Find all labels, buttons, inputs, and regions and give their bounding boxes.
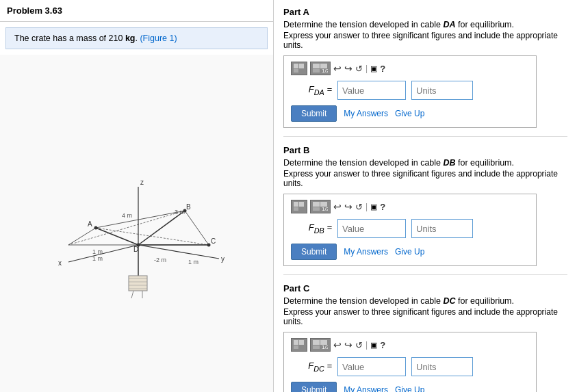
part-b-subinstruction: Express your answer to three significant… [283, 169, 567, 188]
svg-text:-2 m: -2 m [154, 257, 166, 263]
part-b-value-input[interactable] [337, 219, 406, 238]
svg-line-10 [138, 245, 219, 259]
part-a-my-answers-link[interactable]: My Answers [344, 109, 388, 118]
part-b-my-answers-link[interactable]: My Answers [344, 247, 388, 257]
part-b-answer-box: 1/2 ↩ ↪ ↺ | ▣ ? FDB = Submit My Answers [283, 194, 537, 266]
svg-rect-56 [313, 345, 320, 349]
svg-rect-46 [294, 207, 298, 211]
part-a-media-icon[interactable]: ▣ [370, 64, 377, 73]
part-a-instruction: Determine the tension developed in cable… [283, 20, 567, 29]
part-a-submit-btn[interactable]: Submit [291, 105, 337, 122]
part-c-refresh-icon[interactable]: ↺ [355, 340, 363, 350]
svg-rect-47 [313, 202, 320, 207]
svg-line-8 [68, 245, 138, 262]
part-a-help-icon[interactable]: ? [380, 64, 385, 74]
part-b-sep: | [366, 202, 368, 211]
part-a-units-input[interactable] [411, 81, 473, 100]
part-b-units-input[interactable] [411, 219, 473, 238]
svg-text:x: x [58, 259, 62, 267]
part-c-toolbar: 1/2 ↩ ↪ ↺ | ▣ ? [291, 338, 529, 352]
part-a-field-label: FDA = [291, 84, 332, 96]
svg-rect-37 [294, 64, 298, 68]
svg-line-20 [96, 228, 138, 245]
part-c-help-icon[interactable]: ? [380, 340, 385, 350]
svg-line-21 [138, 211, 185, 245]
part-b-field-label: FDB = [291, 222, 332, 235]
part-a-answer-box: 1/2 ↩ ↪ ↺ | ▣ ? FDA = Submit My Answers [283, 55, 537, 128]
svg-text:B: B [186, 203, 191, 211]
svg-rect-51 [294, 340, 298, 345]
part-c-redo-icon[interactable]: ↪ [344, 339, 352, 350]
svg-text:4 m: 4 m [122, 212, 132, 219]
part-a-value-input[interactable] [337, 81, 406, 100]
diagram-svg: z x y D A B C [27, 163, 246, 300]
part-b-give-up-link[interactable]: Give Up [395, 247, 424, 257]
part-c-submit-btn[interactable]: Submit [291, 382, 337, 392]
part-a-undo-icon[interactable]: ↩ [333, 63, 342, 74]
svg-text:D: D [133, 246, 138, 253]
part-b-icon1[interactable] [291, 200, 307, 213]
problem-text: The crate has a mass of 210 kg. [14, 34, 140, 43]
part-c-give-up-link[interactable]: Give Up [395, 385, 424, 392]
problem-description: The crate has a mass of 210 kg. (Figure … [5, 27, 268, 49]
svg-rect-54 [313, 340, 320, 345]
part-b-input-row: FDB = [291, 219, 529, 238]
svg-text:A: A [88, 220, 92, 228]
svg-line-35 [131, 291, 133, 298]
part-b-undo-icon[interactable]: ↩ [333, 201, 342, 212]
part-b-title: Part B [283, 145, 567, 155]
part-b-refresh-icon[interactable]: ↺ [355, 202, 363, 212]
svg-rect-45 [299, 202, 304, 207]
svg-line-0 [96, 211, 185, 228]
part-b-media-icon[interactable]: ▣ [370, 202, 377, 211]
svg-text:1/2: 1/2 [322, 206, 328, 211]
svg-rect-38 [299, 64, 304, 68]
svg-text:1/2: 1/2 [322, 344, 328, 350]
svg-line-4 [96, 228, 209, 245]
part-b-instruction: Determine the tension developed in cable… [283, 158, 567, 168]
part-b-toolbar: 1/2 ↩ ↪ ↺ | ▣ ? [291, 200, 529, 213]
part-a-icon2[interactable]: 1/2 [310, 62, 331, 75]
part-a-submit-row: Submit My Answers Give Up [291, 105, 529, 122]
part-c-icon1[interactable] [291, 338, 307, 352]
part-c-title: Part C [283, 283, 567, 293]
svg-line-2 [185, 211, 209, 245]
part-b-help-icon[interactable]: ? [380, 202, 385, 212]
figure-link[interactable]: (Figure 1) [140, 34, 177, 43]
part-c-sep: | [366, 340, 368, 350]
svg-rect-52 [299, 340, 304, 345]
part-c-section: Part C Determine the tension developed i… [283, 283, 567, 392]
part-a-sep: | [366, 64, 368, 73]
part-c-icon2[interactable]: 1/2 [310, 338, 331, 352]
part-c-my-answers-link[interactable]: My Answers [344, 385, 388, 392]
svg-rect-40 [313, 64, 320, 68]
part-b-redo-icon[interactable]: ↪ [344, 201, 352, 212]
part-c-media-icon[interactable]: ▣ [370, 341, 377, 350]
part-c-undo-icon[interactable]: ↩ [333, 339, 342, 350]
part-c-submit-row: Submit My Answers Give Up [291, 382, 529, 392]
part-b-submit-btn[interactable]: Submit [291, 244, 337, 260]
svg-rect-53 [294, 345, 298, 349]
svg-rect-39 [294, 69, 298, 73]
part-c-answer-box: 1/2 ↩ ↪ ↺ | ▣ ? FDC = Submit My Answers [283, 332, 537, 392]
part-a-subinstruction: Express your answer to three significant… [283, 31, 567, 50]
part-a-title: Part A [283, 7, 567, 17]
svg-text:1 m: 1 m [92, 248, 103, 255]
svg-rect-42 [313, 69, 320, 73]
part-a-give-up-link[interactable]: Give Up [395, 109, 424, 118]
part-c-units-input[interactable] [411, 357, 473, 376]
svg-text:1 m: 1 m [188, 259, 198, 265]
left-panel: Problem 3.63 The crate has a mass of 210… [0, 0, 274, 392]
part-a-section: Part A Determine the tension developed i… [283, 7, 567, 137]
svg-rect-44 [294, 202, 298, 207]
part-b-submit-row: Submit My Answers Give Up [291, 244, 529, 260]
part-b-icon2[interactable]: 1/2 [310, 200, 331, 213]
part-c-value-input[interactable] [337, 357, 406, 376]
part-a-toolbar: 1/2 ↩ ↪ ↺ | ▣ ? [291, 62, 529, 75]
part-a-refresh-icon[interactable]: ↺ [355, 64, 363, 74]
part-a-icon1[interactable] [291, 62, 307, 75]
svg-text:y: y [221, 255, 225, 263]
part-a-redo-icon[interactable]: ↪ [344, 63, 352, 74]
part-c-field-label: FDC = [291, 361, 332, 373]
svg-text:C: C [211, 237, 216, 245]
